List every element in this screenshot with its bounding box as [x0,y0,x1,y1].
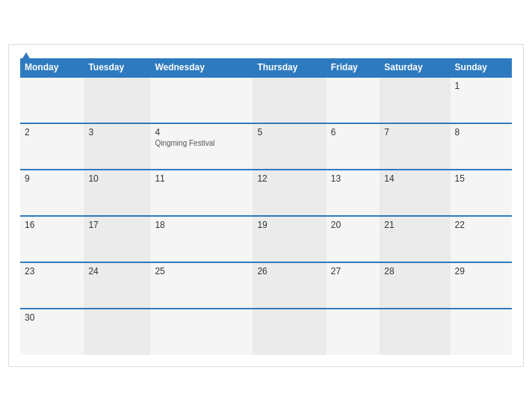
logo [20,52,31,60]
calendar-cell: 22 [451,216,512,262]
calendar-cell: 8 [451,123,512,170]
day-number: 30 [25,312,79,323]
day-number: 5 [257,127,321,137]
calendar-cell [451,309,512,355]
weekday-header-sunday: Sunday [451,58,512,77]
logo-triangle-icon [22,52,31,60]
calendar-cell [150,77,253,123]
day-number: 27 [331,266,375,276]
day-number: 7 [384,127,445,137]
calendar-cell: 11 [150,170,253,216]
calendar-cell: 25 [150,262,253,309]
weekday-header-friday: Friday [327,58,380,77]
day-number: 2 [25,127,79,137]
day-number: 10 [88,173,146,184]
weekday-header-monday: Monday [20,58,84,77]
day-number: 19 [257,220,321,230]
day-number: 1 [455,81,507,91]
day-number: 3 [88,127,146,137]
day-number: 28 [384,266,445,276]
weekday-header-wednesday: Wednesday [150,58,253,77]
day-number: 29 [455,266,507,276]
calendar-cell: 10 [84,170,150,216]
week-row-6: 30 [20,309,512,355]
calendar-cell: 17 [84,216,150,262]
calendar-cell: 29 [451,262,512,309]
calendar-cell: 6 [327,123,380,170]
day-number: 18 [155,220,248,230]
calendar-cell [20,77,84,123]
calendar-cell [84,77,150,123]
calendar-cell [150,309,253,355]
calendar-cell: 27 [327,262,380,309]
week-row-3: 9101112131415 [20,170,512,216]
day-number: 13 [331,173,375,184]
weekday-header-row: MondayTuesdayWednesdayThursdayFridaySatu… [20,58,512,77]
day-number: 4 [155,127,248,137]
calendar-cell: 16 [20,216,84,262]
day-number: 8 [455,127,507,137]
day-number: 15 [455,173,507,184]
calendar-cell: 9 [20,170,84,216]
day-number: 6 [331,127,375,137]
day-number: 11 [155,173,248,184]
calendar-cell [253,309,326,355]
calendar-cell: 1 [451,77,512,123]
calendar-cell: 23 [20,262,84,309]
day-number: 21 [384,220,445,230]
calendar-cell: 14 [380,170,450,216]
holiday-label: Qingming Festival [155,139,248,147]
calendar-cell [253,77,326,123]
weekday-header-tuesday: Tuesday [84,58,150,77]
calendar-cell: 13 [327,170,380,216]
calendar-cell [380,309,450,355]
day-number: 17 [88,220,146,230]
calendar-cell: 20 [327,216,380,262]
calendar-cell [84,309,150,355]
day-number: 20 [331,220,375,230]
week-row-5: 23242526272829 [20,262,512,309]
calendar-cell: 26 [253,262,326,309]
calendar-cell: 28 [380,262,450,309]
day-number: 14 [384,173,445,184]
week-row-1: 1 [20,77,512,123]
day-number: 22 [455,220,507,230]
calendar-cell: 3 [84,123,150,170]
calendar-cell [380,77,450,123]
week-row-4: 16171819202122 [20,216,512,262]
calendar-cell [327,77,380,123]
calendar-cell: 24 [84,262,150,309]
calendar-cell: 12 [253,170,326,216]
weekday-header-thursday: Thursday [253,58,326,77]
day-number: 26 [257,266,321,276]
calendar-cell: 7 [380,123,450,170]
day-number: 25 [155,266,248,276]
calendar-cell: 2 [20,123,84,170]
day-number: 23 [25,266,79,276]
day-number: 16 [25,220,79,230]
calendar-table: MondayTuesdayWednesdayThursdayFridaySatu… [20,58,512,355]
day-number: 12 [257,173,321,184]
week-row-2: 234Qingming Festival5678 [20,123,512,170]
day-number: 24 [88,266,146,276]
calendar-cell: 4Qingming Festival [150,123,253,170]
calendar-cell: 18 [150,216,253,262]
calendar-cell: 19 [253,216,326,262]
calendar-cell: 5 [253,123,326,170]
calendar-cell: 30 [20,309,84,355]
weekday-header-saturday: Saturday [380,58,450,77]
calendar-cell: 21 [380,216,450,262]
day-number: 9 [25,173,79,184]
calendar-cell: 15 [451,170,512,216]
calendar-cell [327,309,380,355]
calendar-container: MondayTuesdayWednesdayThursdayFridaySatu… [8,44,524,367]
